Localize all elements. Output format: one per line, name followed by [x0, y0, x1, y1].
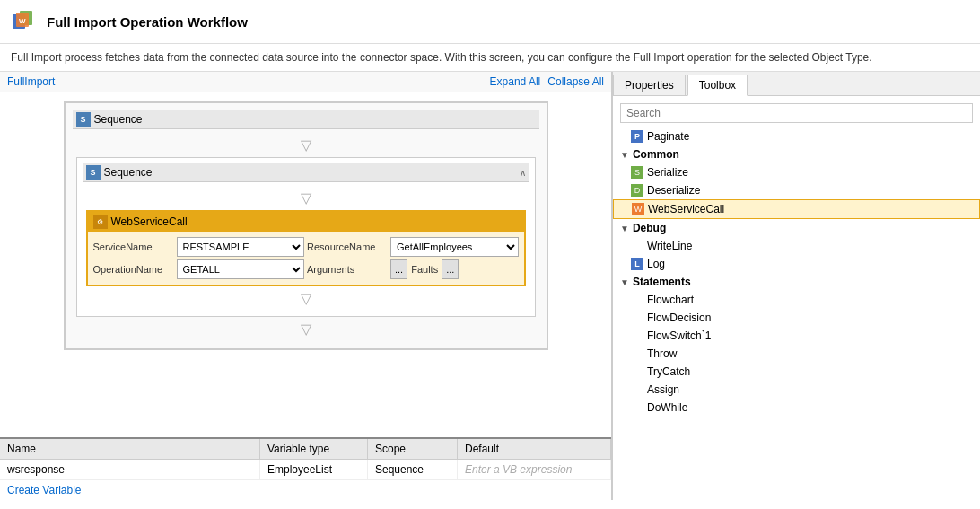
log-icon: L — [631, 258, 643, 270]
toolbox-item-webservicecall[interactable]: W WebServiceCall — [613, 199, 980, 219]
col-type: Variable type — [260, 439, 368, 459]
service-name-select[interactable]: RESTSAMPLE — [177, 237, 305, 257]
toolbox-item-flowswitch[interactable]: FlowSwitch`1 — [613, 327, 980, 345]
toolbox-search-box — [613, 100, 980, 127]
throw-icon — [631, 347, 643, 360]
wsc-body: ServiceName RESTSAMPLE ResourceName GetA… — [88, 232, 524, 285]
wsc-box: ⚙ WebServiceCall ServiceName RESTSAMPLE … — [86, 210, 526, 286]
collapse-btn[interactable]: ∧ — [520, 168, 526, 178]
table-row: wsresponse EmployeeList Sequence Enter a… — [0, 460, 611, 480]
common-label: Common — [633, 148, 679, 161]
toolbox-item-serialize[interactable]: S Serialize — [613, 163, 980, 181]
tab-toolbox[interactable]: Toolbox — [687, 75, 748, 96]
expand-all-link[interactable]: Expand All — [490, 75, 541, 88]
webservicecall-icon: W — [632, 203, 644, 215]
var-scope[interactable]: Sequence — [368, 460, 458, 479]
flowdecision-icon — [631, 312, 643, 324]
sequence-icon-inner: S — [86, 165, 101, 180]
resource-name-select[interactable]: GetAllEmployees — [390, 237, 519, 257]
inner-sequence: S Sequence ∧ ▽ ⚙ WebServiceCall — [76, 157, 536, 317]
toolbox-category-debug[interactable]: ▼ Debug — [613, 219, 980, 237]
toolbox-item-flowdecision[interactable]: FlowDecision — [613, 309, 980, 327]
description-text: Full Import process fetches data from th… — [0, 44, 980, 72]
var-default[interactable]: Enter a VB expression — [458, 460, 611, 479]
arrow-down-1: ▽ — [73, 136, 539, 154]
variables-table: Name Variable type Scope Default wsrespo… — [0, 437, 611, 500]
arrow-down-4: ▽ — [73, 320, 539, 338]
operation-name-select[interactable]: GETALL — [177, 259, 305, 279]
breadcrumb[interactable]: FullImport — [7, 75, 490, 88]
col-scope: Scope — [368, 439, 458, 459]
app-icon: W — [11, 7, 39, 36]
var-type[interactable]: EmployeeList — [260, 460, 368, 479]
trycatch-icon — [631, 365, 643, 378]
statements-arrow-icon: ▼ — [620, 277, 629, 287]
faults-btn[interactable]: ... — [442, 259, 459, 279]
serialize-icon: S — [631, 166, 643, 179]
var-name[interactable]: wsresponse — [0, 460, 260, 479]
toolbox-item-paginate[interactable]: P Paginate — [613, 127, 980, 145]
tab-properties[interactable]: Properties — [613, 75, 686, 95]
statements-label: Statements — [633, 276, 691, 288]
right-panel: Properties Toolbox P Paginate ▼ Common S — [612, 72, 980, 500]
arguments-btn[interactable]: ... — [390, 259, 407, 279]
create-variable-link[interactable]: Create Variable — [0, 480, 611, 500]
tab-bar: Properties Toolbox — [613, 72, 980, 96]
common-arrow-icon: ▼ — [620, 150, 629, 160]
flowchart-icon — [631, 294, 643, 306]
var-table-header: Name Variable type Scope Default — [0, 439, 611, 460]
toolbox-item-log[interactable]: L Log — [613, 255, 980, 273]
inner-sequence-header: S Sequence ∧ — [83, 163, 529, 182]
service-name-label: ServiceName — [93, 241, 174, 252]
resource-name-label: ResourceName — [307, 241, 388, 252]
outer-sequence-header: S Sequence — [73, 110, 539, 129]
toolbox-item-dowhile[interactable]: DoWhile — [613, 399, 980, 417]
wsc-title: WebServiceCall — [111, 215, 188, 228]
toolbox-content: P Paginate ▼ Common S Serialize D Deseri… — [613, 96, 980, 500]
wsc-icon: ⚙ — [93, 215, 108, 229]
arrow-down-2: ▽ — [83, 189, 529, 206]
toolbox-item-assign[interactable]: Assign — [613, 381, 980, 399]
col-name: Name — [0, 439, 260, 459]
dowhile-icon — [631, 401, 643, 414]
debug-arrow-icon: ▼ — [620, 224, 629, 233]
toolbox-item-deserialize[interactable]: D Deserialize — [613, 181, 980, 199]
toolbox-category-common[interactable]: ▼ Common — [613, 145, 980, 163]
workflow-toolbar: FullImport Expand All Collapse All — [0, 72, 611, 92]
toolbox-item-flowchart[interactable]: Flowchart — [613, 291, 980, 309]
left-panel: FullImport Expand All Collapse All S Seq… — [0, 72, 612, 500]
collapse-all-link[interactable]: Collapse All — [547, 75, 604, 88]
deserialize-icon: D — [631, 184, 643, 197]
main-layout: FullImport Expand All Collapse All S Seq… — [0, 72, 980, 500]
flowswitch-icon — [631, 329, 643, 342]
app-header: W Full Import Operation Workflow — [0, 0, 980, 44]
search-input[interactable] — [620, 103, 973, 123]
outer-sequence: S Sequence ▽ S Sequence ∧ ▽ — [64, 101, 548, 350]
inner-sequence-label: Sequence — [104, 166, 153, 179]
paginate-icon: P — [631, 130, 643, 143]
debug-label: Debug — [633, 222, 666, 234]
workflow-canvas: S Sequence ▽ S Sequence ∧ ▽ — [0, 92, 611, 437]
wsc-header: ⚙ WebServiceCall — [88, 212, 524, 232]
faults-label: Faults — [411, 264, 438, 275]
arguments-label: Arguments — [307, 264, 388, 275]
operation-name-label: OperationName — [93, 264, 174, 275]
toolbox-category-statements[interactable]: ▼ Statements — [613, 273, 980, 291]
toolbox-item-trycatch[interactable]: TryCatch — [613, 363, 980, 381]
page-title: Full Import Operation Workflow — [47, 14, 248, 30]
assign-icon — [631, 383, 643, 396]
outer-sequence-label: Sequence — [94, 113, 143, 126]
col-default: Default — [458, 439, 611, 459]
svg-text:W: W — [19, 17, 26, 25]
sequence-icon-outer: S — [76, 112, 91, 127]
toolbox-item-throw[interactable]: Throw — [613, 345, 980, 363]
toolbar-actions: Expand All Collapse All — [490, 75, 604, 88]
toolbox-item-writeline[interactable]: WriteLine — [613, 237, 980, 255]
writeline-icon — [631, 240, 643, 252]
arrow-down-3: ▽ — [83, 290, 529, 307]
